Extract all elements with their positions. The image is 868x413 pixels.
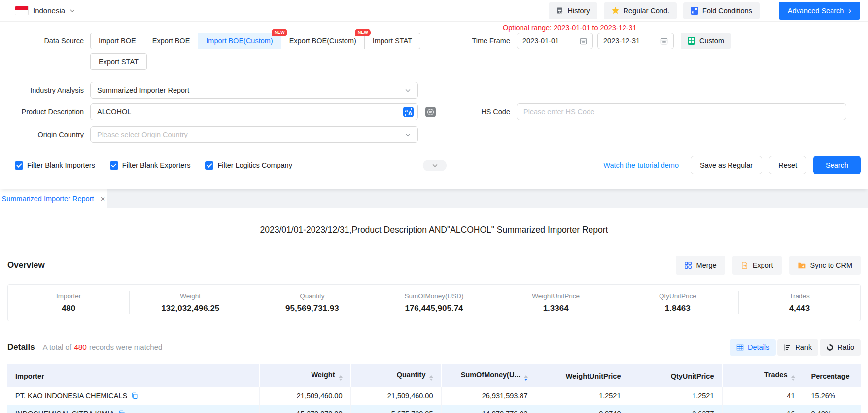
overview-heading: Overview [7, 260, 45, 270]
chevron-down-icon [432, 162, 438, 169]
origin-country-row: Origin Country Please select Origin Coun… [0, 126, 868, 143]
indonesia-flag-icon [15, 6, 29, 15]
view-details-button[interactable]: Details [730, 339, 776, 356]
tab-label: Export STAT [99, 58, 139, 66]
view-ratio-label: Ratio [837, 344, 854, 351]
custom-range-button[interactable]: Custom [681, 33, 731, 49]
checkbox-label: Filter Blank Exporters [122, 161, 191, 169]
history-button[interactable]: History [549, 2, 597, 19]
tab-import-boe-custom[interactable]: Import BOE(Custom)NEW [198, 33, 281, 49]
chevron-right-icon: › [848, 6, 851, 15]
cell-weight: 15,370,870.00 [259, 405, 350, 413]
stat-value: 1.3364 [495, 304, 617, 313]
column-header-quantity[interactable]: Quantity [350, 364, 441, 387]
view-switch: Details Rank Ratio [730, 339, 861, 356]
custom-label: Custom [699, 37, 724, 45]
history-label: History [567, 7, 590, 15]
stat-weight: Weight 132,032,496.25 [129, 291, 251, 314]
time-frame-label: Time Frame [426, 33, 510, 49]
view-rank-button[interactable]: Rank [777, 339, 818, 356]
stat-value: 95,569,731.93 [251, 304, 373, 313]
filter-blank-importers-checkbox[interactable] [15, 161, 23, 170]
optional-range-hint: Optional range: 2023-01-01 to 2023-12-31 [503, 24, 637, 32]
importer-link[interactable]: PT. KAO INDONESIA CHEMICALS [15, 392, 127, 400]
details-header: Details A total of480records were matche… [0, 339, 868, 356]
stat-label: Weight [130, 292, 251, 300]
rank-icon [784, 344, 791, 351]
table-row: PT. KAO INDONESIA CHEMICALS 21,509,460.0… [7, 387, 861, 405]
copy-icon[interactable] [131, 392, 138, 399]
country-selector[interactable]: Indonesia [15, 6, 75, 15]
topbar: Indonesia History Regular Cond. Fold Con… [0, 0, 868, 22]
column-label: SumOfMoney(U... [461, 371, 521, 379]
stat-quantity: Quantity 95,569,731.93 [251, 291, 373, 314]
fold-conditions-button[interactable]: Fold Conditions [683, 2, 760, 19]
cell-sum-of-money: 14,970,776.03 [441, 405, 536, 413]
translate-icon[interactable]: aA [403, 107, 414, 117]
view-details-label: Details [748, 344, 769, 351]
cell-qty-unit-price: 1.2521 [629, 387, 722, 405]
view-ratio-button[interactable]: Ratio [820, 339, 861, 356]
result-tab-title: Summarized Importer Report [2, 195, 94, 203]
close-icon[interactable]: × [101, 195, 105, 203]
cell-sum-of-money: 26,931,593.87 [441, 387, 536, 405]
expand-conditions-button[interactable] [423, 160, 447, 171]
tab-export-stat[interactable]: Export STAT [90, 53, 147, 70]
tab-export-boe-custom[interactable]: Export BOE(Custom)NEW [281, 33, 365, 49]
reset-button[interactable]: Reset [769, 156, 806, 174]
cell-quantity: 21,509,460.00 [350, 387, 441, 405]
stat-label: Importer [8, 292, 129, 300]
sort-icon[interactable] [339, 375, 343, 381]
tab-export-boe[interactable]: Export BOE [144, 33, 199, 49]
view-rank-label: Rank [795, 344, 812, 351]
topbar-divider [769, 5, 769, 17]
tutorial-link[interactable]: Watch the tutorial demo [603, 161, 679, 169]
save-as-regular-button[interactable]: Save as Regular [691, 156, 762, 174]
cell-quantity: 5,675,730.85 [350, 405, 441, 413]
merge-label: Merge [696, 261, 717, 269]
regular-cond-label: Regular Cond. [624, 7, 670, 15]
sort-icon[interactable] [429, 375, 433, 381]
search-button[interactable]: Search [813, 156, 861, 174]
country-name: Indonesia [33, 6, 65, 15]
regular-cond-button[interactable]: Regular Cond. [604, 2, 677, 19]
result-tab-summarized-importer-report[interactable]: Summarized Importer Report × [0, 189, 107, 208]
importer-link[interactable]: INDOCHEMICAL CITRA KIMIA [15, 410, 114, 413]
origin-country-label: Origin Country [0, 126, 84, 143]
copy-icon[interactable] [118, 410, 125, 413]
column-header-weight[interactable]: Weight [259, 364, 350, 387]
tab-import-stat[interactable]: Import STAT [364, 33, 420, 49]
merge-button[interactable]: Merge [676, 256, 725, 275]
column-label: Weight [311, 371, 335, 379]
sort-icon-active-desc[interactable] [524, 375, 528, 381]
column-label: Quantity [397, 371, 426, 379]
product-description-input[interactable] [90, 103, 418, 120]
column-label: WeightUnitPrice [566, 372, 621, 380]
form-actions: Watch the tutorial demo Save as Regular … [603, 156, 861, 174]
sync-crm-icon [798, 262, 806, 269]
cell-percentage: 8.48% [803, 405, 861, 413]
time-frame-row: Time Frame 2023-01-01 2023-12-31 Custom [426, 33, 731, 49]
filter-blank-exporters-checkbox[interactable] [110, 161, 118, 170]
advanced-search-button[interactable]: Advanced Search › [779, 2, 860, 20]
date-from-field[interactable]: 2023-01-01 [517, 33, 593, 49]
stat-weight-unit-price: WeightUnitPrice 1.3364 [495, 291, 617, 314]
date-to-field[interactable]: 2023-12-31 [597, 33, 674, 49]
origin-country-select[interactable]: Please select Origin Country [90, 126, 418, 143]
stat-label: SumOfMoney(USD) [373, 292, 494, 300]
tab-import-boe[interactable]: Import BOE [90, 33, 144, 49]
stat-value: 4,443 [739, 304, 860, 313]
filter-logitics-company-checkbox[interactable] [205, 161, 213, 170]
column-header-trades[interactable]: Trades [722, 364, 803, 387]
hs-code-input[interactable] [517, 103, 846, 120]
tab-label: Import BOE [99, 37, 136, 45]
sync-to-crm-button[interactable]: Sync to CRM [789, 256, 861, 275]
column-header-sum-of-money[interactable]: SumOfMoney(U... [441, 364, 536, 387]
industry-analysis-value: Summarized Importer Report [97, 86, 189, 94]
sort-icon[interactable] [791, 375, 795, 381]
filter-blank-exporters: Filter Blank Exporters [110, 161, 191, 170]
overview-stats-card: Importer 480 Weight 132,032,496.25 Quant… [7, 284, 861, 321]
export-button[interactable]: Export [732, 256, 782, 275]
industry-analysis-select[interactable]: Summarized Importer Report [90, 82, 418, 99]
filters-row: Filter Blank Importers Filter Blank Expo… [0, 156, 868, 174]
